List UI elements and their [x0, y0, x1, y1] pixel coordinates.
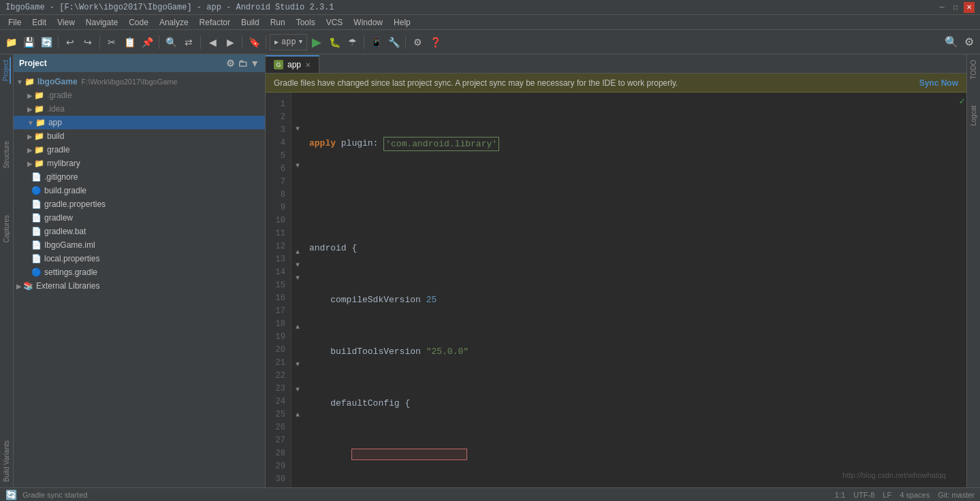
sidebar-tab-captures[interactable]: Captures: [3, 212, 10, 246]
gutter-26[interactable]: ▲: [291, 408, 304, 421]
gutter-14[interactable]: ▼: [291, 259, 304, 272]
menu-run[interactable]: Run: [265, 16, 291, 29]
gutter-22[interactable]: ▼: [291, 358, 304, 371]
code-line-1: apply plugin: 'com.android.library': [309, 137, 966, 151]
toolbar-paste[interactable]: 📌: [139, 34, 155, 50]
line-num-31: 31: [266, 486, 285, 487]
tree-icon-idea: 📁: [34, 104, 44, 114]
tree-ibgogame-iml[interactable]: 📄 IbgoGame.iml: [14, 238, 265, 252]
line-num-22: 22: [266, 370, 285, 383]
right-tab-1[interactable]: TODO: [970, 57, 977, 82]
tree-gradle-hidden[interactable]: ▶ 📁 .gradle: [14, 88, 265, 102]
line-num-29: 29: [266, 460, 285, 473]
tree-gradle[interactable]: ▶ 📁 gradle: [14, 143, 265, 157]
toolbar-sep-7: [364, 35, 364, 49]
tree-icon-gradlew-bat: 📄: [31, 227, 42, 236]
gutter-3[interactable]: ▼: [291, 123, 304, 135]
status-encoding: UTF-8: [853, 491, 874, 499]
line-num-23: 23: [266, 383, 285, 395]
tree-app[interactable]: ▼ 📁 app: [14, 116, 265, 129]
toolbar-forward[interactable]: ▶: [222, 34, 238, 50]
coverage-button[interactable]: ☂: [344, 34, 360, 50]
gutter-15[interactable]: ▼: [291, 272, 304, 285]
menu-edit[interactable]: Edit: [27, 16, 52, 29]
app-config-dropdown[interactable]: ▶ app ▼: [270, 34, 307, 50]
toolbar-avd[interactable]: 📱: [368, 34, 384, 50]
toolbar-bookmark[interactable]: 🔖: [246, 34, 262, 50]
sync-now-button[interactable]: Sync Now: [919, 78, 958, 88]
tree-arrow-app: ▼: [27, 119, 34, 127]
minimize-button[interactable]: ─: [936, 2, 947, 13]
sidebar-tab-build-variants[interactable]: Build Variants: [3, 438, 10, 485]
tree-local-properties[interactable]: 📄 local.properties: [14, 252, 265, 265]
watermark: http://blog.csdn.net/whowhatqq: [842, 469, 946, 482]
tree-gradlew[interactable]: 📄 gradlew: [14, 211, 265, 225]
menu-analyze[interactable]: Analyze: [154, 16, 194, 29]
toolbar-save-all[interactable]: 💾: [20, 34, 37, 50]
menu-tools[interactable]: Tools: [291, 16, 321, 29]
maximize-button[interactable]: □: [950, 2, 961, 13]
toolbar-copy[interactable]: 📋: [121, 34, 138, 50]
run-button[interactable]: ▶: [309, 34, 325, 50]
status-line-endings: LF: [883, 491, 891, 499]
right-tab-2[interactable]: Logcat: [970, 103, 977, 129]
menu-view[interactable]: View: [52, 16, 80, 29]
menu-window[interactable]: Window: [348, 16, 388, 29]
toolbar-sdk[interactable]: 🔧: [385, 34, 402, 50]
menu-build[interactable]: Build: [236, 16, 265, 29]
tree-build[interactable]: ▶ 📁 build: [14, 129, 265, 143]
tree-ibgogame[interactable]: ▼ 📁 IbgoGame F:\Work\ibgo2017\IbgoGame: [14, 75, 265, 88]
toolbar-back[interactable]: ◀: [204, 34, 221, 50]
toolbar-undo[interactable]: ↩: [62, 34, 78, 50]
tree-external-libs[interactable]: ▶ 📚 External Libraries: [14, 279, 265, 293]
gutter-13[interactable]: ▲: [291, 246, 304, 259]
tree-label-local-properties: local.properties: [44, 254, 99, 263]
line-numbers: 1 2 3 4 5 6 7 8 9 10 11 12 13 14 15 16 1…: [266, 93, 291, 487]
scrollbar-indicator[interactable]: ✓: [957, 93, 966, 487]
code-content[interactable]: apply plugin: 'com.android.library' andr…: [304, 93, 966, 487]
sidebar-tab-project[interactable]: Project: [2, 57, 11, 84]
toolbar-settings-gear[interactable]: ⚙: [961, 34, 977, 50]
tree-arrow-gradle-hidden: ▶: [27, 92, 33, 99]
gutter-24[interactable]: ▼: [291, 383, 304, 396]
toolbar-sync[interactable]: 🔄: [38, 34, 54, 50]
check-mark-indicator: ✓: [960, 95, 965, 107]
menu-navigate[interactable]: Navigate: [80, 16, 123, 29]
menu-code[interactable]: Code: [123, 16, 154, 29]
close-button[interactable]: ✕: [964, 2, 975, 13]
toolbar-settings[interactable]: ⚙: [409, 34, 426, 50]
gutter-19[interactable]: ▲: [291, 321, 304, 334]
toolbar-search-everywhere[interactable]: 🔍: [943, 34, 960, 50]
tree-gradle-properties[interactable]: 📄 gradle.properties: [14, 197, 265, 211]
tree-settings-gradle[interactable]: 🔵 settings.gradle: [14, 265, 265, 279]
sidebar-tab-structure[interactable]: Structure: [3, 138, 10, 172]
status-bar-right: 1:1 UTF-8 LF 4 spaces Git: master: [835, 491, 975, 499]
tree-mylibrary[interactable]: ▶ 📁 mylibrary: [14, 157, 265, 170]
tree-gitignore[interactable]: 📄 .gitignore: [14, 170, 265, 184]
tree-arrow-gradle: ▶: [27, 146, 33, 154]
editor-tab-app[interactable]: G app ✕: [266, 55, 319, 73]
project-collapse-icon[interactable]: 🗀: [238, 58, 247, 69]
toolbar-redo[interactable]: ↪: [80, 34, 96, 50]
toolbar-find[interactable]: 🔍: [163, 34, 179, 50]
toolbar-replace[interactable]: ⇄: [180, 34, 197, 50]
title-bar: IbgoGame - [F:\Work\ibgo2017\IbgoGame] -…: [0, 0, 980, 15]
tree-build-gradle[interactable]: 🔵 build.gradle: [14, 184, 265, 197]
project-sync-icon[interactable]: ⚙: [226, 58, 235, 69]
toolbar-help[interactable]: ❓: [427, 34, 443, 50]
menu-refactor[interactable]: Refactor: [194, 16, 236, 29]
debug-button[interactable]: 🐛: [326, 34, 343, 50]
gutter-6[interactable]: ▼: [291, 159, 304, 172]
line-num-20: 20: [266, 344, 285, 357]
toolbar-open[interactable]: 📁: [3, 34, 19, 50]
tree-gradlew-bat[interactable]: 📄 gradlew.bat: [14, 225, 265, 238]
project-settings-icon[interactable]: ▼: [250, 58, 259, 69]
line-num-28: 28: [266, 447, 285, 460]
menu-help[interactable]: Help: [388, 16, 416, 29]
menu-vcs[interactable]: VCS: [321, 16, 349, 29]
line-num-3: 3: [266, 124, 285, 137]
menu-file[interactable]: File: [3, 16, 27, 29]
tree-idea[interactable]: ▶ 📁 .idea: [14, 102, 265, 116]
tab-close-app[interactable]: ✕: [305, 61, 311, 69]
toolbar-cut[interactable]: ✂: [104, 34, 120, 50]
